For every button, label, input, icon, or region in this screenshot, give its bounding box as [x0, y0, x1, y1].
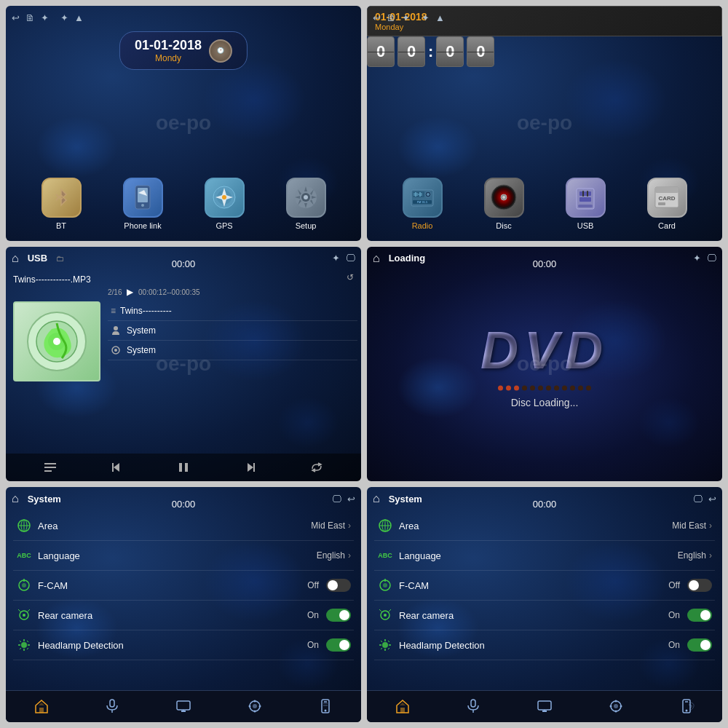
- monitor-icon6[interactable]: 🖵: [693, 494, 703, 505]
- svg-rect-34: [655, 187, 678, 193]
- folder-icon[interactable]: 🗎: [25, 12, 35, 23]
- play-pause-btn[interactable]: [173, 457, 194, 478]
- dvd-time: 00:00: [533, 258, 557, 269]
- app-disc[interactable]: Disc: [484, 178, 524, 230]
- svg-point-58: [22, 583, 26, 587]
- sys1-title: System: [28, 494, 61, 505]
- back-icon6[interactable]: ↩: [708, 494, 716, 505]
- eject-icon2[interactable]: ▲: [435, 12, 445, 23]
- svg-point-78: [253, 704, 257, 708]
- media-time-display: 00:00: [172, 258, 196, 269]
- sys2-row-area[interactable]: Area Mid East ›: [374, 511, 715, 541]
- brightness-icon2[interactable]: ✦: [402, 12, 410, 23]
- fcam-toggle[interactable]: [326, 579, 351, 592]
- nav2-phone[interactable]: [673, 693, 700, 719]
- area-value2: Mid East: [672, 521, 706, 531]
- sys-row-fcam[interactable]: F-CAM Off: [13, 571, 354, 601]
- nav-phone[interactable]: [312, 693, 339, 719]
- nav2-monitor[interactable]: [531, 693, 558, 719]
- area-label: Area: [38, 521, 311, 531]
- area-icon: [16, 518, 32, 534]
- svg-point-82: [258, 705, 261, 708]
- sys2-row-lang[interactable]: ABC Language English ›: [374, 541, 715, 571]
- svg-rect-30: [582, 191, 584, 197]
- sys-row-rear[interactable]: Rear camera On: [13, 601, 354, 630]
- back-icon2[interactable]: ↩: [373, 12, 381, 23]
- folder-icon2[interactable]: 🗎: [387, 12, 396, 23]
- settings-icon2[interactable]: ✦: [422, 12, 430, 23]
- home-icon3[interactable]: ⌂: [12, 252, 19, 265]
- app-phone[interactable]: Phone link: [123, 178, 163, 230]
- app-grid2: FM 91.5 Radio: [367, 178, 722, 230]
- nav-film[interactable]: [242, 693, 268, 719]
- svg-rect-48: [112, 463, 114, 472]
- disc-icon: [484, 178, 524, 218]
- gps-icon: [205, 178, 245, 218]
- prev-btn[interactable]: [106, 457, 127, 478]
- sys-row-area[interactable]: Area Mid East ›: [13, 511, 354, 541]
- disc-label: Disc: [496, 221, 511, 230]
- app-grid: BT Phone link GP: [6, 178, 361, 230]
- home-icon5[interactable]: ⌂: [12, 492, 19, 505]
- repeat-btn[interactable]: [306, 457, 327, 478]
- back-icon[interactable]: ↩: [12, 12, 20, 23]
- radio-label: Radio: [412, 221, 433, 230]
- rear-toggle2[interactable]: [687, 609, 712, 622]
- date-box: 01-01-2018 Mondy 🕐: [119, 31, 248, 70]
- svg-rect-32: [578, 205, 593, 207]
- settings-icon3[interactable]: ✦: [332, 253, 340, 264]
- rear-toggle[interactable]: [326, 609, 351, 622]
- playlist-item-1[interactable]: ≡ Twins----------: [108, 301, 357, 321]
- back-icon5[interactable]: ↩: [347, 494, 355, 505]
- dot11: [578, 385, 583, 390]
- app-setup[interactable]: Setup: [286, 178, 326, 230]
- svg-rect-28: [579, 191, 591, 196]
- monitor-icon4[interactable]: 🖵: [707, 253, 716, 264]
- home-icon6[interactable]: ⌂: [373, 492, 380, 505]
- settings-icon[interactable]: ✦: [60, 12, 68, 23]
- app-radio[interactable]: FM 91.5 Radio: [403, 178, 443, 230]
- sys-row-lang[interactable]: ABC Language English ›: [13, 541, 354, 571]
- fcam-toggle2[interactable]: [687, 579, 712, 592]
- playlist-item-2[interactable]: System: [108, 321, 357, 341]
- sys2-row-fcam[interactable]: F-CAM Off: [374, 571, 715, 601]
- folder-icon3[interactable]: 🗀: [56, 254, 64, 263]
- nav-mic[interactable]: [99, 693, 125, 719]
- nav-monitor[interactable]: [170, 693, 197, 719]
- headlamp-toggle2[interactable]: [687, 638, 712, 652]
- nav2-mic[interactable]: [460, 693, 486, 719]
- svg-line-101: [388, 641, 389, 642]
- app-card[interactable]: CARD Card: [647, 178, 687, 230]
- headlamp-icon2: [377, 637, 393, 653]
- nav-home[interactable]: [28, 693, 55, 719]
- nav2-film[interactable]: [603, 693, 629, 719]
- headlamp-toggle[interactable]: [326, 638, 351, 652]
- dot10: [570, 385, 575, 390]
- radio-icon: FM 91.5: [403, 178, 443, 218]
- dot3: [514, 385, 519, 390]
- monitor-icon3[interactable]: 🖵: [346, 253, 355, 264]
- rear-value: On: [307, 610, 319, 620]
- min-digit2: 0: [467, 36, 494, 67]
- sys2-row-headlamp[interactable]: Headlamp Detection On: [374, 630, 715, 660]
- home1-topbar: ↩ 🗎 ✦ ✦ ▲: [12, 9, 355, 25]
- sys2-title: System: [389, 494, 422, 505]
- svg-point-80: [253, 711, 256, 713]
- area-value: Mid East: [311, 521, 345, 531]
- brightness-icon[interactable]: ✦: [41, 12, 49, 23]
- playlist-btn[interactable]: [40, 457, 60, 478]
- app-bt[interactable]: BT: [41, 178, 82, 230]
- sys2-row-rear[interactable]: Rear camera On: [374, 601, 715, 630]
- settings-icon4[interactable]: ✦: [693, 253, 701, 264]
- eject-icon[interactable]: ▲: [74, 12, 84, 23]
- nav2-home[interactable]: [389, 693, 416, 719]
- dot5: [530, 385, 535, 390]
- monitor-icon5[interactable]: 🖵: [332, 494, 341, 505]
- home-icon4[interactable]: ⌂: [373, 252, 380, 265]
- next-btn[interactable]: [240, 457, 261, 478]
- app-gps[interactable]: GPS: [205, 178, 245, 230]
- playlist-item-3[interactable]: System: [108, 341, 357, 360]
- app-usb[interactable]: USB: [566, 178, 606, 230]
- sys-row-headlamp[interactable]: Headlamp Detection On: [13, 630, 354, 660]
- svg-point-94: [384, 614, 387, 617]
